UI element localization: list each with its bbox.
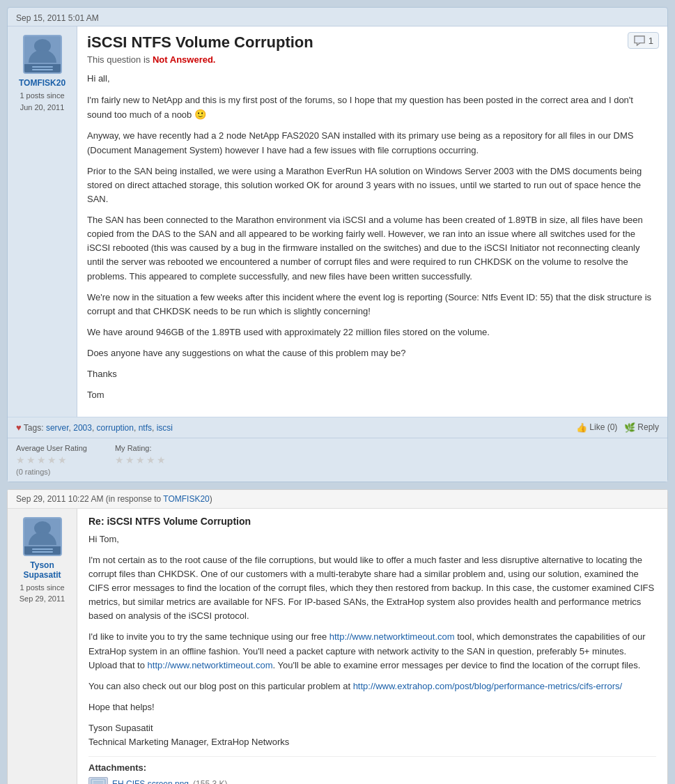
- avg-rating-count: (0 ratings): [16, 468, 87, 476]
- post2-avatar: [23, 517, 62, 556]
- post1-tags: ♥ Tags: server, 2003, corruption, ntfs, …: [16, 422, 173, 433]
- attachment-size: (155.3 K): [193, 779, 227, 784]
- post1-p4: Prior to the SAN being installed, we wer…: [87, 164, 656, 206]
- avatar-badge: [24, 64, 61, 72]
- avg-rating-section: Average User Rating ★ ★ ★ ★ ★ (0 ratings…: [16, 444, 87, 476]
- attachments-label: Attachments:: [88, 762, 656, 773]
- attachment-file-icon: [91, 778, 106, 784]
- avg-star-4[interactable]: ★: [47, 454, 56, 466]
- my-star-1[interactable]: ★: [115, 454, 124, 466]
- post1-user-sidebar: TOMFISK20 1 posts since Jun 20, 2011: [8, 26, 77, 417]
- post1-like-button[interactable]: 👍 Like (0): [576, 422, 617, 433]
- badge-line-2: [32, 69, 53, 70]
- post1-reply-label: Reply: [637, 422, 659, 432]
- avatar2-badge: [24, 546, 61, 555]
- post2-p5: Hope that helps!: [88, 700, 656, 714]
- my-star-5[interactable]: ★: [157, 454, 166, 466]
- reply-count-number: 1: [649, 36, 653, 46]
- post2-user-sidebar: Tyson Supasatit 1 posts since Sep 29, 20…: [8, 509, 77, 784]
- avg-star-2[interactable]: ★: [26, 454, 36, 466]
- post2-re-title: Re: iSCSI NTFS Volume Corruption: [88, 516, 656, 527]
- badge2-line-2: [32, 551, 53, 553]
- post2-link1[interactable]: http://www.networktimeout.com: [329, 631, 455, 642]
- reply-leaf-icon: 🌿: [624, 422, 635, 433]
- post1-status: This question is Not Answered.: [87, 54, 656, 65]
- post2-timestamp: Sep 29, 2011 10:22 AM: [16, 494, 103, 504]
- my-stars: ★ ★ ★ ★ ★: [115, 454, 166, 466]
- badge2-line-1: [32, 548, 53, 550]
- post1-joined: Jun 20, 2011: [20, 103, 65, 112]
- post2-text: Hi Tom, I'm not certain as to the root c…: [88, 532, 656, 750]
- my-rating-label: My Rating:: [115, 444, 166, 452]
- post1-p8: Does anyone have any suggestions on what…: [87, 346, 656, 360]
- page-wrapper: Sep 15, 2011 5:01 AM TOMFISK20: [0, 0, 675, 784]
- badge-lines: [32, 66, 53, 70]
- my-rating-section: My Rating: ★ ★ ★ ★ ★: [115, 444, 166, 466]
- badge-line-1: [32, 66, 53, 68]
- post2-in-response-link[interactable]: TOMFISK20: [163, 494, 209, 504]
- post1-posts: 1 posts since: [20, 91, 64, 100]
- post2-user-meta: 1 posts since Sep 29, 2011: [20, 582, 65, 605]
- post2-p4: You can also check out our blog post on …: [88, 679, 656, 693]
- post-card-1: Sep 15, 2011 5:01 AM TOMFISK20: [7, 7, 668, 482]
- post1-p1: Hi all,: [87, 72, 656, 86]
- avg-stars: ★ ★ ★ ★ ★: [16, 454, 87, 466]
- heart-icon: ♥: [16, 422, 22, 433]
- my-star-2[interactable]: ★: [125, 454, 134, 466]
- post1-status-text: Not Answered.: [153, 54, 216, 65]
- post1-p10: Tom: [87, 388, 656, 402]
- post1-username[interactable]: TOMFISK20: [19, 78, 65, 88]
- tag-corruption[interactable]: corruption: [97, 423, 134, 433]
- avg-star-1[interactable]: ★: [16, 454, 25, 466]
- post2-joined: Sep 29, 2011: [20, 594, 65, 603]
- post1-text: Hi all, I'm fairly new to NetApp and thi…: [87, 72, 656, 402]
- avg-star-3[interactable]: ★: [37, 454, 46, 466]
- post1-footer: ♥ Tags: server, 2003, corruption, ntfs, …: [8, 417, 667, 438]
- post2-content: Re: iSCSI NTFS Volume Corruption Hi Tom,…: [77, 509, 667, 784]
- post2-p6: Tyson SupasatitTechnical Marketing Manag…: [88, 721, 656, 749]
- post1-content: 1 iSCSI NTFS Volume Corruption This ques…: [77, 26, 667, 417]
- post2-header: Sep 29, 2011 10:22 AM (in response to TO…: [8, 490, 667, 509]
- post2-p2: I'm not certain as to the root cause of …: [88, 553, 656, 624]
- tags-label: Tags:: [24, 423, 44, 433]
- post1-body-row: TOMFISK20 1 posts since Jun 20, 2011 1 i…: [8, 26, 667, 417]
- tag-ntfs[interactable]: ntfs: [139, 423, 152, 433]
- post2-posts: 1 posts since: [20, 583, 64, 592]
- post2-link2[interactable]: http://www.networktimeout.com: [148, 660, 273, 670]
- post1-p2: I'm fairly new to NetApp and this is my …: [87, 93, 656, 123]
- attachment-thumb-icon: [88, 777, 108, 784]
- post1-p7: We have around 946GB of the 1.89TB used …: [87, 325, 656, 339]
- post1-actions: 👍 Like (0) 🌿 Reply: [576, 422, 659, 433]
- post1-timestamp: Sep 15, 2011 5:01 AM: [16, 13, 99, 23]
- attachments-section: Attachments: EH CIFS screen.png (155.3 K…: [88, 756, 656, 784]
- post1-user-meta: 1 posts since Jun 20, 2011: [20, 90, 64, 113]
- attachment-item-1: EH CIFS screen.png (155.3 K): [88, 777, 656, 784]
- post1-p5: The SAN has been connected to the Marath…: [87, 213, 656, 284]
- post2-in-response: (in response to TOMFISK20): [106, 494, 212, 504]
- post2-p1: Hi Tom,: [88, 532, 656, 546]
- svg-rect-0: [91, 779, 105, 784]
- attachment-link[interactable]: EH CIFS screen.png: [112, 779, 189, 784]
- post1-like-label: Like (0): [589, 422, 617, 432]
- reply-count-badge: 1: [628, 32, 659, 49]
- post1-reply-button[interactable]: 🌿 Reply: [624, 422, 659, 433]
- avg-star-5[interactable]: ★: [58, 454, 67, 466]
- badge2-lines: [32, 548, 53, 553]
- avatar-body: [29, 50, 56, 63]
- post2-link3[interactable]: http://www.extrahop.com/post/blog/perfor…: [353, 681, 623, 691]
- post1-p9: Thanks: [87, 367, 656, 381]
- avg-rating-label: Average User Rating: [16, 444, 87, 452]
- my-star-4[interactable]: ★: [146, 454, 155, 466]
- reply-count-icon: [633, 35, 646, 46]
- tag-iscsi[interactable]: iscsi: [157, 423, 173, 433]
- post1-p3: Anyway, we have recently had a 2 node Ne…: [87, 129, 656, 157]
- post-card-2: Sep 29, 2011 10:22 AM (in response to TO…: [7, 489, 668, 784]
- post2-p3: I'd like to invite you to try the same t…: [88, 630, 656, 672]
- post2-username[interactable]: Tyson Supasatit: [12, 560, 72, 580]
- my-star-3[interactable]: ★: [136, 454, 145, 466]
- tag-server[interactable]: server: [46, 423, 69, 433]
- post1-p6: We're now in the situation a few weeks a…: [87, 291, 656, 318]
- tag-2003[interactable]: 2003: [73, 423, 92, 433]
- emoji-smile: 🙂: [194, 109, 206, 120]
- like-thumb-icon: 👍: [576, 422, 587, 433]
